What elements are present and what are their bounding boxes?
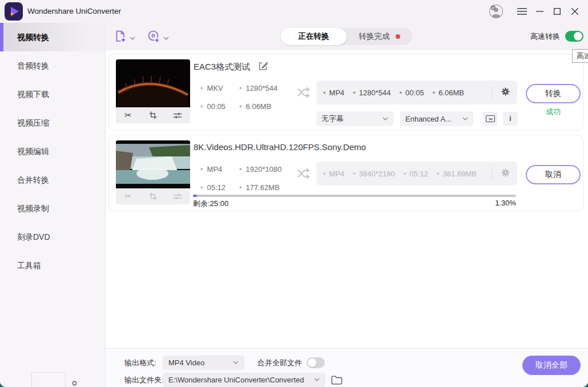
chevron-down-icon: [233, 361, 239, 365]
sidebar-item-video-convert[interactable]: 视频转换: [0, 23, 105, 51]
source-format: MKV: [200, 84, 223, 92]
merge-all-label: 合并全部文件: [257, 356, 302, 370]
toggle-knob: [308, 358, 316, 367]
close-button[interactable]: [567, 5, 582, 18]
app-title: Wondershare UniConverter: [27, 0, 121, 23]
crop-icon[interactable]: [147, 110, 159, 121]
fast-convert-label: 高速转换: [530, 31, 560, 42]
media-info-button[interactable]: i: [503, 112, 518, 126]
titlebar: Wondershare UniConverter: [0, 0, 588, 23]
add-file-icon: [114, 29, 127, 46]
video-thumbnail[interactable]: ✂: [116, 140, 190, 204]
effects-icon: [172, 191, 183, 202]
source-resolution: 1920*1080: [239, 165, 281, 174]
trim-range-icon: ><: [486, 115, 495, 122]
status-success: 成功: [526, 107, 581, 117]
cancel-button[interactable]: 取消: [526, 165, 581, 184]
source-size: 6.06MB: [239, 102, 271, 111]
chevron-down-icon: [314, 378, 320, 382]
toolbar: 正在转换 转换完成 高速转换: [106, 23, 588, 50]
account-avatar[interactable]: [489, 5, 504, 18]
tab-converted-label: 转换完成: [359, 31, 390, 42]
add-dvd-button[interactable]: [147, 29, 169, 46]
sidebar-item-video-compress[interactable]: 视频压缩: [0, 108, 105, 137]
output-resolution: 3840*2160: [353, 170, 394, 178]
add-file-button[interactable]: [114, 29, 135, 46]
open-folder-icon[interactable]: [331, 374, 343, 386]
sidebar-item-audio-convert[interactable]: 音频转换: [0, 51, 105, 80]
tab-converted[interactable]: 转换完成: [347, 28, 412, 45]
task-title-row: EAC3格式测试: [194, 61, 268, 73]
fast-convert-control: 高速转换: [530, 31, 583, 42]
task-card-1: ✂ EAC3格式测试: [108, 54, 583, 130]
task-list: ✂ EAC3格式测试: [106, 50, 588, 348]
convert-button[interactable]: 转换: [526, 84, 581, 103]
app-logo-icon: [5, 2, 23, 21]
trim-range-button[interactable]: ><: [483, 112, 498, 126]
effects-icon[interactable]: [172, 110, 183, 121]
output-format-select[interactable]: MP4 Video: [163, 356, 244, 370]
output-format: MP4: [323, 88, 344, 97]
merge-all-toggle[interactable]: [307, 357, 325, 368]
task-title-row: 8K.Videos.HDR.UltraHD.120FPS.Sony.Demo: [194, 142, 366, 152]
chevron-down-icon: [130, 33, 135, 43]
settings-gear-icon: [501, 168, 510, 180]
fast-convert-toggle[interactable]: [565, 31, 583, 42]
output-info-box: MP4 3840*2160 05:12 381.69MB: [316, 162, 517, 186]
thumb-toolbar: ✂: [116, 188, 190, 204]
thumb-toolbar: ✂: [116, 107, 190, 123]
trim-icon[interactable]: ✂: [123, 110, 134, 121]
output-duration: 05:12: [404, 170, 428, 178]
task-title: 8K.Videos.HDR.UltraHD.120FPS.Sony.Demo: [194, 142, 366, 152]
audio-select-value: Enhanced A...: [405, 115, 452, 123]
convert-tabs: 正在转换 转换完成: [281, 28, 412, 45]
progress-fill: [193, 195, 197, 197]
person-icon[interactable]: [69, 380, 80, 387]
rename-icon[interactable]: [258, 61, 268, 73]
cancel-all-button[interactable]: 取消全部: [522, 356, 581, 375]
progress-bar: [193, 195, 516, 197]
output-folder-label: 输出文件夹:: [124, 373, 164, 387]
sidebar-item-video-edit[interactable]: 视频编辑: [0, 137, 105, 166]
toggle-knob: [574, 32, 582, 41]
sidebar-item-burn-dvd[interactable]: 刻录DVD: [0, 223, 105, 251]
minimize-button[interactable]: [532, 5, 547, 18]
menu-button[interactable]: [514, 5, 529, 18]
settings-gear-icon[interactable]: [501, 87, 510, 99]
output-folder-select[interactable]: E:\Wondershare UniConverter\Converted: [163, 373, 325, 387]
subtitle-select[interactable]: 无字幕: [316, 111, 393, 126]
output-folder-value: E:\Wondershare UniConverter\Converted: [168, 376, 304, 384]
divider: [492, 168, 492, 179]
output-duration: 00:05: [400, 88, 424, 97]
output-format-label: 输出格式:: [124, 356, 156, 370]
tab-converting[interactable]: 正在转换: [281, 28, 347, 45]
output-format: MP4: [323, 170, 344, 178]
sidebar: 视频转换 音频转换 视频下载 视频压缩 视频编辑 合并转换 视频录制 刻录DVD…: [0, 23, 106, 387]
convert-arrow-icon: [296, 167, 311, 182]
source-duration: 05:12: [200, 183, 225, 192]
footer-bar: 输出格式: MP4 Video 合并全部文件 输出文件夹: E:\Wonders…: [106, 348, 588, 387]
notification-dot: [396, 34, 400, 39]
output-size: 6.06MB: [433, 88, 464, 97]
source-format: MP4: [200, 165, 222, 174]
output-info-box: MP4 1280*544 00:05 6.06MB: [316, 80, 517, 104]
audio-select[interactable]: Enhanced A...: [400, 111, 473, 126]
convert-arrow-icon: [296, 86, 311, 101]
sidebar-item-toolbox[interactable]: 工具箱: [0, 251, 105, 280]
maximize-button[interactable]: [550, 5, 565, 18]
task-card-2: ✂ 8K.Videos.HDR.UltraHD.120FPS.Sony.Demo: [108, 135, 583, 211]
chevron-down-icon: [382, 117, 388, 121]
sidebar-item-video-download[interactable]: 视频下载: [0, 80, 105, 108]
chevron-down-icon: [462, 117, 468, 121]
divider: [492, 87, 492, 98]
source-resolution: 1280*544: [239, 84, 277, 92]
info-icon: i: [509, 115, 511, 123]
fast-convert-tooltip: 高速: [572, 49, 588, 63]
video-thumbnail[interactable]: ✂: [116, 59, 190, 123]
tab-converting-label: 正在转换: [299, 31, 329, 42]
sidebar-item-screen-record[interactable]: 视频录制: [0, 194, 105, 223]
source-size: 177.62MB: [239, 183, 280, 192]
sidebar-item-merge-convert[interactable]: 合并转换: [0, 166, 105, 194]
crop-icon: [147, 191, 159, 202]
task-title: EAC3格式测试: [194, 62, 250, 72]
